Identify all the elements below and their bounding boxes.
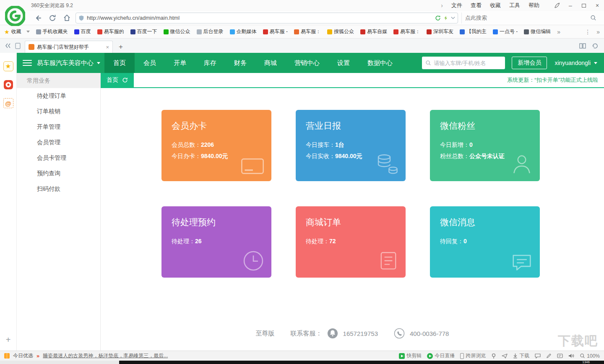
nav-inventory[interactable]: 库存 <box>195 53 225 73</box>
home-icon[interactable] <box>61 13 72 23</box>
close-button[interactable]: × <box>591 0 604 11</box>
sidebar-item-member-manage[interactable]: 会员管理 <box>17 135 100 150</box>
bookmark-favorites-menu[interactable]: ★ 收藏 <box>4 28 30 35</box>
news-ticker-link[interactable]: 睡姿最迷人的古装男神，杨洋垫底，李易峰第三，最后... <box>43 352 168 359</box>
chevron-down-icon[interactable] <box>97 62 100 64</box>
reading-list-icon[interactable] <box>15 43 21 49</box>
menu-favorites[interactable]: 收藏 <box>490 2 501 9</box>
refresh-icon[interactable] <box>122 77 128 83</box>
minimize-button[interactable]: – <box>564 0 577 11</box>
feedback-bubble-icon[interactable] <box>535 354 541 359</box>
split-screen-icon[interactable] <box>579 43 586 49</box>
browser-tab[interactable]: 易车服-门店智慧好帮手 × <box>25 41 113 53</box>
nav-marketing[interactable]: 营销中心 <box>286 53 328 73</box>
restore-session-icon[interactable] <box>592 43 598 49</box>
add-member-button[interactable]: 新增会员 <box>512 57 547 69</box>
service-phone-number[interactable]: 400-0036-778 <box>410 330 449 337</box>
user-menu[interactable]: xinyuandongli <box>555 60 597 66</box>
bookmark-item[interactable]: 深圳车友 <box>427 28 453 35</box>
tab-scroll-left-icon[interactable] <box>5 43 11 48</box>
sidebar-item-pending-orders[interactable]: 待处理订单 <box>17 88 100 104</box>
menu-help[interactable]: 帮助 <box>528 2 539 9</box>
tab-close-icon[interactable]: × <box>106 44 109 50</box>
menu-file[interactable]: 文件 <box>451 2 462 9</box>
bookmark-item[interactable]: 后台登录 <box>197 28 224 35</box>
sidebar-item-scan-pay[interactable]: 扫码付款 <box>17 181 100 197</box>
zoom-control[interactable]: 100% <box>580 353 600 359</box>
member-search-input[interactable] <box>434 60 502 66</box>
nav-billing[interactable]: 开单 <box>165 53 195 73</box>
url-history-chevron-icon[interactable] <box>451 16 455 20</box>
skin-icon[interactable] <box>550 0 564 11</box>
bookmark-item[interactable]: 搜狐公众 <box>327 28 354 35</box>
bookmark-item[interactable]: 【我的主 <box>460 28 487 35</box>
bookmarks-overflow-icon[interactable]: » <box>557 29 560 35</box>
no-trace-icon[interactable] <box>435 15 441 21</box>
maximize-button[interactable] <box>577 0 591 11</box>
bookmark-item[interactable]: 易车服： <box>294 28 321 35</box>
refresh-icon[interactable] <box>47 13 58 23</box>
menu-expand-icon[interactable]: › <box>441 2 443 9</box>
bookmark-item[interactable]: 企鹅媒体 <box>230 28 257 35</box>
back-icon[interactable] <box>33 13 44 23</box>
nav-mall[interactable]: 商城 <box>255 53 286 73</box>
nav-settings[interactable]: 设置 <box>328 53 359 73</box>
bookmark-item[interactable]: 易车服的 <box>97 28 124 35</box>
boss-key-icon[interactable] <box>557 354 563 358</box>
speaker-icon[interactable] <box>568 353 574 359</box>
qq-bell-icon[interactable] <box>327 328 338 339</box>
nav-data-center[interactable]: 数据中心 <box>359 53 401 73</box>
send-icon[interactable] <box>502 354 508 359</box>
sidebar-item-member-card[interactable]: 会员卡管理 <box>17 150 100 166</box>
pin-icon[interactable] <box>491 353 496 359</box>
mention-panel-icon[interactable]: @ <box>3 98 13 108</box>
url-input[interactable] <box>87 15 432 21</box>
live-tool[interactable]: 今日直播 <box>427 352 455 359</box>
bookmark-item[interactable]: 百度一下 <box>130 28 157 35</box>
weibo-icon[interactable] <box>3 80 13 90</box>
card-pending-bookings[interactable]: 待处理预约 待处理：26 <box>161 206 271 278</box>
menu-icon[interactable] <box>23 60 32 66</box>
bookmark-item[interactable]: 微信编辑 <box>524 28 551 35</box>
bookmark-item[interactable]: 一点号 - <box>493 28 518 35</box>
search-icon[interactable] <box>590 15 596 21</box>
nav-finance[interactable]: 财务 <box>225 53 255 73</box>
bookmark-item[interactable]: 微信公众 <box>164 28 190 35</box>
daily-picks-label[interactable]: 今日优选 <box>13 352 33 359</box>
sidebar-item-booking-query[interactable]: 预约查询 <box>17 166 100 181</box>
card-mall-orders[interactable]: 商城订单 待处理：72 <box>296 206 406 278</box>
bookmark-item[interactable]: 易车服： <box>393 28 420 35</box>
add-panel-icon[interactable]: + <box>6 335 11 345</box>
system-notice[interactable]: 系统更新：“扣卡开单”功能正式上线啦 <box>507 76 604 84</box>
bookmarks-menu-dots-icon[interactable]: ⋮ <box>585 29 591 35</box>
sidebar-item-order-verify[interactable]: 订单核销 <box>17 104 100 119</box>
note-pen-icon[interactable] <box>546 353 552 359</box>
address-bar[interactable] <box>76 13 458 23</box>
card-wechat-fans[interactable]: 微信粉丝 今日新增：0 粉丝总数：公众号未认证 <box>430 110 540 181</box>
menu-view[interactable]: 查看 <box>471 2 482 9</box>
card-daily-report[interactable]: 营业日报 今日接车：1台 今日实收：9840.00元 <box>296 110 406 181</box>
sidebar-item-billing-manage[interactable]: 开单管理 <box>17 119 100 135</box>
new-tab-button[interactable]: + <box>115 41 126 53</box>
browser-search-box[interactable] <box>461 13 600 23</box>
browser-logo-icon[interactable] <box>5 6 25 26</box>
bookmark-item[interactable]: 易车服 - <box>263 28 288 35</box>
breadcrumb-tab-home[interactable]: 首页 <box>101 73 134 87</box>
menu-tools[interactable]: 工具 <box>509 2 520 9</box>
bookmarks-expand-icon[interactable]: » <box>596 29 600 35</box>
bookmark-item[interactable]: 百度 <box>74 28 91 35</box>
browser-search-input[interactable] <box>465 15 587 21</box>
speed-mode-icon[interactable] <box>443 15 448 21</box>
qq-number[interactable]: 1657219753 <box>343 330 378 337</box>
nav-home[interactable]: 首页 <box>104 53 135 73</box>
store-name[interactable]: 易车服汽车美容中心 <box>37 59 94 67</box>
nav-members[interactable]: 会员 <box>135 53 165 73</box>
favorites-panel-icon[interactable]: ★ <box>3 61 13 71</box>
card-wechat-messages[interactable]: 微信消息 待回复：0 <box>430 206 540 278</box>
bookmark-item[interactable]: 手机收藏夹 <box>36 28 68 35</box>
member-search-box[interactable] <box>422 57 505 69</box>
quick-cut-tool[interactable]: 快剪辑 <box>399 352 422 359</box>
download-manager[interactable]: 下载 <box>513 352 529 359</box>
cross-screen-tool[interactable]: 跨屏浏览 <box>460 352 486 359</box>
card-member-signup[interactable]: 会员办卡 会员总数：2206 今日办卡：9840.00元 <box>161 110 271 181</box>
